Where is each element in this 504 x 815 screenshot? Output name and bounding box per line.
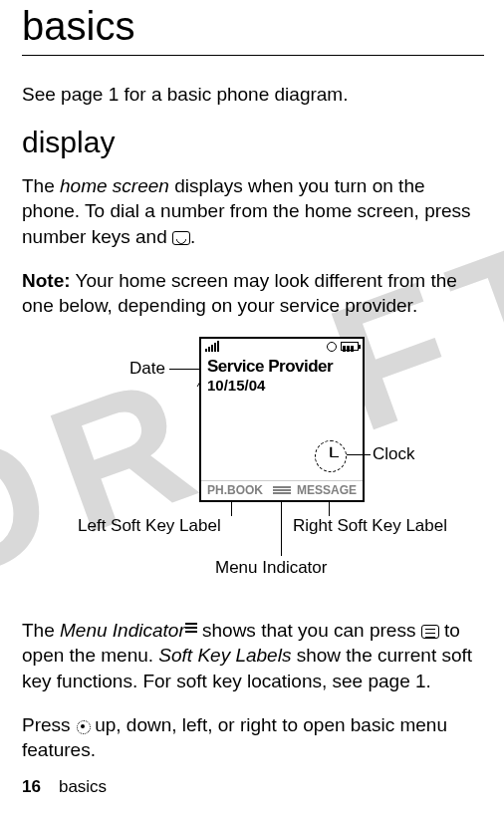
home-screen-term: home screen <box>60 175 169 196</box>
signal-icon <box>205 341 219 352</box>
menu-indicator-term: Menu Indicator <box>60 620 185 641</box>
intro-text: See page 1 for a basic phone diagram. <box>22 82 484 108</box>
menu-indicator-icon <box>273 485 291 495</box>
status-right-group <box>327 342 359 352</box>
call-key-icon <box>172 231 190 245</box>
right-soft-key-label: MESSAGE <box>291 483 357 497</box>
battery-icon <box>341 342 359 351</box>
footer-section-name: basics <box>59 777 107 796</box>
left-soft-key-label: PH.BOOK <box>207 483 273 497</box>
home-screen-paragraph: The home screen displays when you turn o… <box>22 173 484 250</box>
text-fragment: shows that you can press <box>197 620 421 641</box>
soft-key-bar: PH.BOOK MESSAGE <box>201 480 363 500</box>
note-label: Note: <box>22 270 71 291</box>
callout-clock: Clock <box>373 444 415 464</box>
callout-line <box>347 454 371 455</box>
nav-key-icon <box>76 719 90 733</box>
page-footer: 16basics <box>22 777 107 797</box>
callout-line <box>329 502 330 516</box>
note-text: Your home screen may look different from… <box>22 270 457 317</box>
phone-screen: Service Provider 10/15/04 PH.BOOK MESSAG… <box>199 337 365 502</box>
menu-glyph-icon <box>185 623 197 635</box>
soft-key-labels-term: Soft Key Labels <box>158 645 291 666</box>
nav-paragraph: Press up, down, left, or right to open b… <box>22 712 484 763</box>
home-screen-diagram: Date Service Provider 10/15/04 PH.BOOK <box>22 337 484 596</box>
text-fragment: Press <box>22 714 76 735</box>
status-bar <box>201 339 363 355</box>
page-title: basics <box>22 0 484 49</box>
text-fragment: . <box>190 226 195 247</box>
callout-line <box>281 502 282 556</box>
title-rule <box>22 55 484 56</box>
callout-line <box>231 502 232 516</box>
text-fragment: The <box>22 620 60 641</box>
callout-left-soft-key: Left Soft Key Label <box>78 516 221 536</box>
menu-indicator-paragraph: The Menu Indicator shows that you can pr… <box>22 618 484 694</box>
page-number: 16 <box>22 777 41 796</box>
service-provider-text: Service Provider <box>201 355 363 377</box>
callout-menu-indicator: Menu Indicator <box>215 558 327 578</box>
menu-key-icon <box>421 625 439 639</box>
ringer-icon <box>327 342 337 352</box>
text-fragment: The <box>22 175 60 196</box>
date-text: 10/15/04 <box>201 377 363 394</box>
analog-clock-icon <box>315 440 347 472</box>
note-paragraph: Note: Your home screen may look differen… <box>22 268 484 319</box>
page-content: basics See page 1 for a basic phone diag… <box>0 0 504 763</box>
callout-right-soft-key: Right Soft Key Label <box>293 516 447 536</box>
section-heading: display <box>22 126 484 159</box>
callout-date: Date <box>129 359 165 379</box>
